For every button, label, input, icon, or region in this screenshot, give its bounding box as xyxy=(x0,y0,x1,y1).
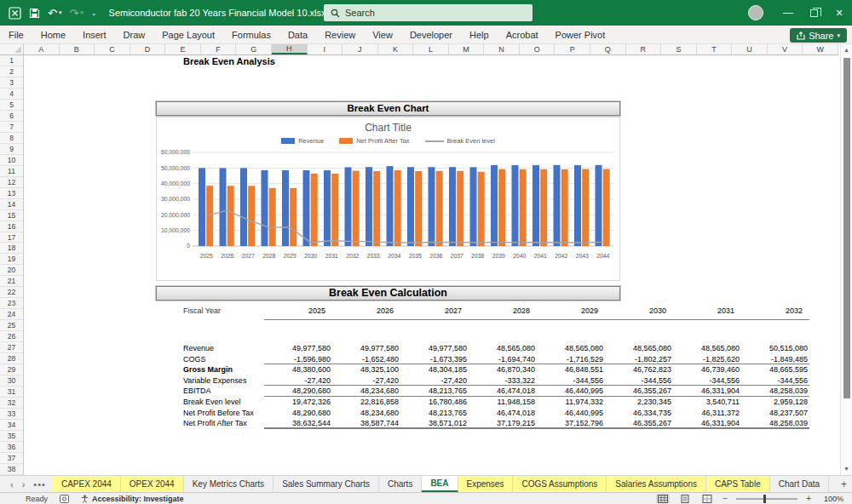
row-header-22[interactable]: 22 xyxy=(0,287,23,298)
row-header-21[interactable]: 21 xyxy=(0,276,23,287)
row-header-29[interactable]: 29 xyxy=(0,364,23,375)
ribbon-tab-power-pivot[interactable]: Power Pivot xyxy=(547,30,614,40)
cell-ebitda-2029[interactable]: 46,440,995 xyxy=(537,386,605,397)
cell-net-profit-after-tax-2028[interactable]: 37,179,215 xyxy=(469,418,537,429)
zoom-level[interactable]: 100% xyxy=(820,495,843,503)
sheet-tab-salaries-assumptions[interactable]: Salaries Assumptions xyxy=(607,476,706,492)
zoom-slider[interactable] xyxy=(736,498,797,500)
cell-variable-expenses-2025[interactable]: -27,420 xyxy=(264,375,332,387)
cell-cogs-2028[interactable]: -1,694,740 xyxy=(469,354,537,365)
cell-cogs-2030[interactable]: -1,802,257 xyxy=(605,354,673,365)
sheet-tab-opex-2044[interactable]: OPEX 2044 xyxy=(121,476,184,492)
row-header-8[interactable]: 8 xyxy=(0,133,23,144)
cell-gross-margin-2025[interactable]: 48,380,600 xyxy=(264,364,332,375)
column-header-G[interactable]: G xyxy=(236,44,272,54)
cell-net-profit-after-tax-2025[interactable]: 38,632,544 xyxy=(264,418,332,429)
cell-gross-margin-2032[interactable]: 48,665,595 xyxy=(741,364,809,375)
new-sheet-button[interactable]: + xyxy=(829,476,852,492)
column-header-F[interactable]: F xyxy=(201,44,237,54)
ribbon-tab-page-layout[interactable]: Page Layout xyxy=(153,30,223,40)
row-header-30[interactable]: 30 xyxy=(0,375,23,387)
cell-cogs-2031[interactable]: -1,825,620 xyxy=(673,354,741,365)
row-header-3[interactable]: 3 xyxy=(0,77,23,89)
column-header-L[interactable]: L xyxy=(413,44,449,54)
column-header-J[interactable]: J xyxy=(343,44,378,54)
cell-ebitda-2028[interactable]: 46,474,018 xyxy=(469,386,537,397)
cell-variable-expenses-2031[interactable]: -344,556 xyxy=(673,375,741,387)
column-header-D[interactable]: D xyxy=(130,44,166,54)
cell-cogs-2027[interactable]: -1,673,395 xyxy=(400,354,469,365)
cell-cogs-2026[interactable]: -1,652,480 xyxy=(332,354,400,365)
sheet-tab-expenses[interactable]: Expenses xyxy=(458,476,514,492)
row-header-23[interactable]: 23 xyxy=(0,298,23,309)
cell-variable-expenses-2030[interactable]: -344,556 xyxy=(605,375,673,387)
cell-gross-margin-2029[interactable]: 46,848,551 xyxy=(537,364,605,375)
cell-net-profit-after-tax-2032[interactable]: 48,258,039 xyxy=(741,418,809,429)
fiscal-year-2025[interactable]: 2025 xyxy=(264,305,332,320)
fiscal-year-2030[interactable]: 2030 xyxy=(605,305,673,320)
cell-variable-expenses-2026[interactable]: -27,420 xyxy=(332,375,400,387)
sheet-tab-key-metrics-charts[interactable]: Key Metrics Charts xyxy=(184,476,273,492)
search-input[interactable]: Search xyxy=(324,4,532,21)
ribbon-tab-insert[interactable]: Insert xyxy=(74,30,115,40)
cell-revenue-2031[interactable]: 48,565,080 xyxy=(673,343,741,354)
cell-net-profit-after-tax-2030[interactable]: 46,355,267 xyxy=(605,418,673,429)
minimize-button[interactable]: — xyxy=(775,0,801,26)
cell-net-profit-before-tax-2028[interactable]: 46,474,018 xyxy=(469,408,537,419)
cell-net-profit-before-tax-2025[interactable]: 48,290,680 xyxy=(264,408,332,419)
cell-cogs-2029[interactable]: -1,716,529 xyxy=(537,354,605,365)
zoom-out-button[interactable]: − xyxy=(722,494,728,503)
cell-net-profit-after-tax-2031[interactable]: 46,331,904 xyxy=(673,418,741,429)
cell-break-even-level-2027[interactable]: 16,780,486 xyxy=(400,397,469,408)
row-header-15[interactable]: 15 xyxy=(0,210,23,221)
account-avatar[interactable] xyxy=(748,5,763,20)
column-header-N[interactable]: N xyxy=(484,44,520,54)
cell-variable-expenses-2027[interactable]: -27,420 xyxy=(400,375,469,387)
ribbon-tab-formulas[interactable]: Formulas xyxy=(223,30,279,40)
row-header-5[interactable]: 5 xyxy=(0,100,23,111)
cell-break-even-level-2029[interactable]: 11,974,332 xyxy=(537,397,605,408)
break-even-chart[interactable]: Chart Title RevenueNet Profit After TaxB… xyxy=(156,117,620,281)
cell-gross-margin-2030[interactable]: 46,762,823 xyxy=(605,364,673,375)
cell-break-even-level-2025[interactable]: 19,472,326 xyxy=(264,397,332,408)
normal-view-icon[interactable] xyxy=(656,494,670,503)
sheet-tab-caps-table[interactable]: CAPS Table xyxy=(706,476,770,492)
cell-revenue-2030[interactable]: 48,565,080 xyxy=(605,343,673,354)
scroll-up-icon[interactable]: ▲ xyxy=(841,44,852,56)
cell-net-profit-before-tax-2031[interactable]: 46,311,372 xyxy=(673,408,741,419)
column-header-C[interactable]: C xyxy=(95,44,130,54)
column-header-W[interactable]: W xyxy=(803,44,838,54)
row-header-16[interactable]: 16 xyxy=(0,221,23,232)
share-button[interactable]: Share ▾ xyxy=(790,28,847,43)
row-header-4[interactable]: 4 xyxy=(0,89,23,100)
prev-sheet-icon[interactable]: ‹ xyxy=(10,479,14,490)
cell-cogs-2025[interactable]: -1,596,980 xyxy=(264,354,332,365)
cell-gross-margin-2026[interactable]: 48,325,100 xyxy=(332,364,400,375)
column-header-M[interactable]: M xyxy=(449,44,485,54)
row-header-20[interactable]: 20 xyxy=(0,265,23,276)
macro-record-icon[interactable] xyxy=(60,495,69,503)
cell-variable-expenses-2032[interactable]: -344,556 xyxy=(741,375,809,387)
fiscal-year-2027[interactable]: 2027 xyxy=(400,305,469,320)
sheet-tab-sales-summary-charts[interactable]: Sales Summary Charts xyxy=(273,476,379,492)
all-sheets-icon[interactable]: ••• xyxy=(33,479,46,490)
row-header-19[interactable]: 19 xyxy=(0,254,23,265)
close-button[interactable]: × xyxy=(826,0,852,26)
sheet-tab-capex-2044[interactable]: CAPEX 2044 xyxy=(53,476,121,492)
cell-revenue-2028[interactable]: 48,565,080 xyxy=(469,343,537,354)
ribbon-tab-data[interactable]: Data xyxy=(279,30,316,40)
cell-ebitda-2032[interactable]: 48,258,039 xyxy=(741,386,809,397)
row-header-18[interactable]: 18 xyxy=(0,243,23,254)
ribbon-tab-file[interactable]: File xyxy=(0,30,32,40)
next-sheet-icon[interactable]: › xyxy=(22,479,26,490)
fiscal-year-2032[interactable]: 2032 xyxy=(741,305,809,320)
column-header-P[interactable]: P xyxy=(555,44,590,54)
sheet-canvas[interactable]: Break Even Analysis Break Even Chart Cha… xyxy=(24,55,838,475)
cell-ebitda-2031[interactable]: 46,331,904 xyxy=(673,386,741,397)
cell-break-even-level-2032[interactable]: 2,959,128 xyxy=(741,397,809,408)
cell-variable-expenses-2029[interactable]: -344,556 xyxy=(537,375,605,387)
cell-break-even-level-2030[interactable]: 2,230,345 xyxy=(605,397,673,408)
row-header-12[interactable]: 12 xyxy=(0,177,23,188)
restore-button[interactable] xyxy=(801,0,826,26)
page-break-view-icon[interactable] xyxy=(700,494,714,503)
